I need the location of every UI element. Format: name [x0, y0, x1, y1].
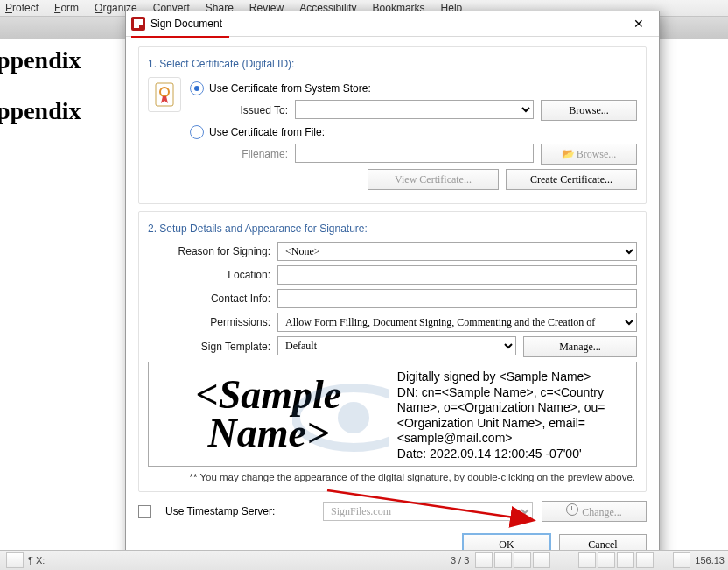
radio-system-store-label: Use Certificate from System Store: [209, 82, 371, 95]
view-facing-icon[interactable] [617, 552, 634, 568]
dialog-titlebar[interactable]: Sign Document ✕ [126, 11, 659, 37]
document-background: ppendix ppendix [0, 39, 105, 148]
issued-to-label: Issued To: [190, 104, 295, 116]
doc-heading-1: ppendix [0, 46, 105, 74]
signature-preview-name: <Sample Name> [149, 362, 388, 466]
app-icon [131, 17, 145, 31]
contact-input[interactable] [277, 289, 637, 308]
reason-label: Reason for Signing: [148, 245, 277, 257]
manage-templates-button[interactable]: Manage... [523, 336, 637, 357]
radio-from-file-label: Use Certificate from File: [209, 126, 325, 138]
status-bar: ¶ X: 3 / 3 156.13 [0, 550, 728, 570]
certificate-group: 1. Select Certificate (Digital ID): Use … [138, 46, 647, 204]
radio-system-store[interactable] [190, 81, 204, 95]
section1-heading: 1. Select Certificate (Digital ID): [148, 58, 637, 70]
signature-preview-details: Digitally signed by <Sample Name> DN: cn… [388, 362, 636, 466]
location-label: Location: [148, 269, 277, 281]
create-certificate-button[interactable]: Create Certificate... [506, 169, 637, 190]
view-single-icon[interactable] [598, 552, 615, 568]
permissions-select[interactable]: Allow Form Filling, Document Signing, Co… [277, 313, 637, 332]
issued-to-select[interactable] [295, 100, 534, 119]
zoom-value[interactable]: 156.13 [695, 555, 724, 566]
location-input[interactable] [277, 265, 637, 285]
template-select[interactable]: Default [277, 336, 516, 355]
preview-note: ** You may change the appearance of the … [148, 472, 635, 482]
nav-last-icon[interactable] [533, 552, 550, 568]
use-timestamp-checkbox[interactable] [138, 505, 151, 518]
watermark-eye-icon [292, 378, 388, 457]
view-certificate-button: View Certificate... [368, 169, 499, 190]
change-server-button: Change... [542, 501, 647, 522]
zoom-out-icon[interactable] [673, 552, 690, 568]
nav-first-icon[interactable] [475, 552, 493, 568]
use-timestamp-label: Use Timestamp Server: [165, 505, 314, 517]
permissions-label: Permissions: [148, 316, 277, 328]
status-icon[interactable] [6, 552, 24, 568]
status-xy: ¶ X: [28, 555, 45, 566]
svg-rect-0 [156, 83, 173, 106]
nav-next-icon[interactable] [514, 552, 531, 568]
details-group: 2. Setup Details and Appearance for Sign… [138, 211, 647, 492]
timestamp-server-select: SignFiles.com [323, 502, 533, 521]
certificate-icon [148, 77, 181, 112]
doc-heading-2: ppendix [0, 97, 105, 125]
filename-input [295, 144, 534, 163]
page-indicator[interactable]: 3 / 3 [451, 555, 469, 566]
folder-icon: 📂 [562, 148, 574, 160]
menu-protect[interactable]: Protect [5, 2, 38, 14]
browse-store-button[interactable]: Browse... [541, 100, 637, 121]
contact-label: Contact Info: [148, 292, 277, 305]
nav-prev-icon[interactable] [494, 552, 512, 568]
dialog-title: Sign Document [150, 18, 624, 30]
clock-icon [566, 503, 578, 516]
radio-from-file[interactable] [190, 125, 204, 139]
section2-heading: 2. Setup Details and Appearance for Sign… [148, 222, 637, 235]
svg-point-3 [338, 402, 369, 433]
sign-document-dialog: Sign Document ✕ 1. Select Certificate (D… [125, 11, 660, 566]
close-button[interactable]: ✕ [624, 14, 654, 33]
timestamp-row: Use Timestamp Server: SignFiles.com Chan… [138, 501, 647, 522]
filename-label: Filename: [190, 148, 295, 160]
view-continuous-icon[interactable] [578, 552, 596, 568]
view-cover-icon[interactable] [636, 552, 654, 568]
reason-select[interactable]: <None> [277, 242, 637, 261]
template-label: Sign Template: [148, 341, 277, 353]
signature-preview[interactable]: <Sample Name> Digitally signed by <Sampl… [148, 362, 637, 467]
browse-file-button: 📂 Browse... [541, 144, 637, 165]
menu-form[interactable]: Form [54, 2, 79, 14]
